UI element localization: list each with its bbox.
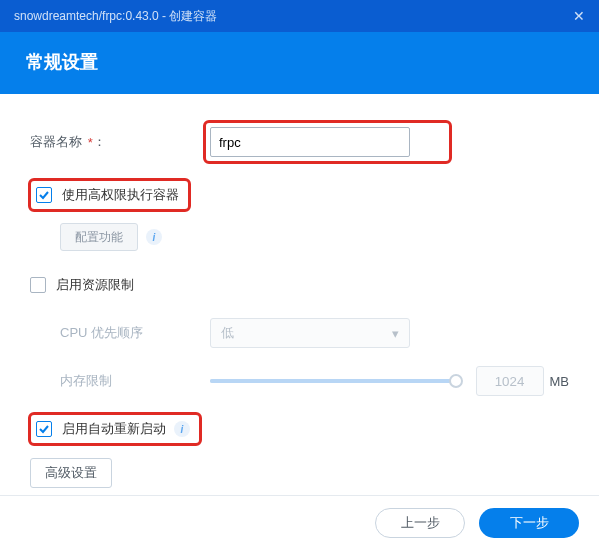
container-name-input[interactable]: [210, 127, 410, 157]
cpu-priority-label: CPU 优先顺序: [60, 324, 210, 342]
mem-limit-label: 内存限制: [60, 372, 210, 390]
check-icon: [38, 423, 50, 435]
high-priv-label: 使用高权限执行容器: [62, 186, 179, 204]
footer: 上一步 下一步: [0, 495, 599, 550]
advanced-settings-button[interactable]: 高级设置: [30, 458, 112, 488]
auto-restart-label: 启用自动重新启动: [62, 420, 166, 438]
info-icon[interactable]: i: [174, 421, 190, 437]
title-bar: snowdreamtech/frpc:0.43.0 - 创建容器 ✕: [0, 0, 599, 32]
cpu-priority-select[interactable]: 低 ▾: [210, 318, 410, 348]
row-resource-limit: 启用资源限制: [30, 270, 569, 300]
row-mem-limit: 内存限制 MB: [30, 366, 569, 396]
config-features-button[interactable]: 配置功能: [60, 223, 138, 251]
mem-limit-unit: MB: [550, 374, 570, 389]
prev-button[interactable]: 上一步: [375, 508, 465, 538]
row-config-btn: 配置功能 i: [30, 222, 569, 252]
auto-restart-checkbox[interactable]: [36, 421, 52, 437]
resource-limit-label: 启用资源限制: [56, 276, 134, 294]
form-content: 容器名称 *： 使用高权限执行容器 配置功能 i 启用资源限制 CPU 优先顺序…: [0, 94, 599, 516]
dialog-title: snowdreamtech/frpc:0.43.0 - 创建容器: [14, 8, 217, 25]
check-icon: [38, 189, 50, 201]
container-name-label: 容器名称 *：: [30, 133, 210, 151]
mem-limit-slider[interactable]: [210, 379, 462, 383]
next-button[interactable]: 下一步: [479, 508, 579, 538]
row-advanced: 高级设置: [30, 458, 569, 488]
close-icon[interactable]: ✕: [573, 8, 585, 24]
row-cpu-priority: CPU 优先顺序 低 ▾: [30, 318, 569, 348]
header: 常规设置: [0, 32, 599, 94]
info-icon[interactable]: i: [146, 229, 162, 245]
row-container-name: 容器名称 *：: [30, 122, 569, 162]
chevron-down-icon: ▾: [392, 326, 399, 341]
slider-thumb[interactable]: [449, 374, 463, 388]
mem-limit-input[interactable]: [476, 366, 544, 396]
high-priv-checkbox[interactable]: [36, 187, 52, 203]
page-title: 常规设置: [26, 50, 573, 74]
resource-limit-checkbox[interactable]: [30, 277, 46, 293]
